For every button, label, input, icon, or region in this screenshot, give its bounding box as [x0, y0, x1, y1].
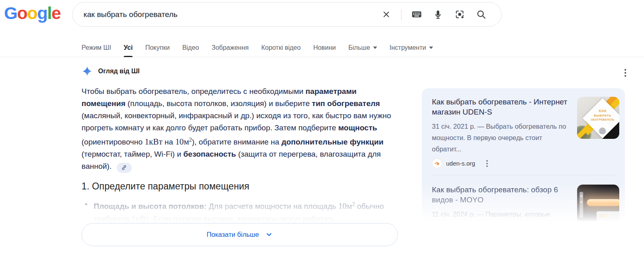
tab-label: Інструменти: [390, 44, 426, 51]
tab-more[interactable]: Більше: [348, 38, 377, 57]
chevron-down-icon: [429, 47, 433, 49]
tab-label: Режим ШІ: [82, 44, 111, 51]
heater-control-panel: [597, 211, 619, 225]
tab-videos[interactable]: Відео: [182, 38, 199, 57]
related-results-panel: Как выбрать обогреватель - Интернет мага…: [422, 88, 625, 225]
lens-icon[interactable]: [451, 6, 468, 23]
site-favicon: [432, 158, 442, 168]
result-thumbnail[interactable]: КАК ВЫБРАТЬ ОБОГРЕВАТЕЛЬ: [577, 97, 619, 139]
chevron-down-icon: [265, 231, 273, 238]
overview-menu-button[interactable]: [620, 66, 631, 80]
tab-tools[interactable]: Інструменти: [390, 38, 433, 57]
bullet-dot: [85, 203, 87, 205]
logo-letter: e: [52, 3, 60, 23]
search-tabs: Режим ШІ Усі Покупки Відео Зображення Ко…: [0, 38, 644, 57]
search-input[interactable]: как выбрать обогреватель: [84, 10, 378, 19]
ai-overview-paragraph: Чтобы выбрать обогреватель, определитесь…: [82, 87, 391, 170]
card-divider: [431, 175, 615, 175]
result-title[interactable]: Как выбрать обогреватель: обзор 6 видов …: [432, 185, 571, 205]
tab-label: Зображення: [212, 44, 249, 51]
list-item: Площадь и высота потолков: Для расчета м…: [84, 198, 405, 225]
citation-link-chip[interactable]: [117, 163, 132, 173]
logo-letter: G: [4, 3, 17, 23]
caption-line: ВЫБРАТЬ: [589, 114, 616, 117]
mic-icon[interactable]: [430, 6, 446, 23]
caption-line: ОБОГРЕВАТЕЛЬ: [589, 118, 616, 121]
tab-label: Короткі відео: [261, 44, 301, 51]
tab-label: Усі: [124, 44, 133, 51]
link-icon: [121, 165, 127, 170]
tab-images[interactable]: Зображення: [212, 38, 249, 57]
search-bar[interactable]: как выбрать обогреватель: [72, 2, 502, 27]
caption-line: КАК: [589, 109, 616, 113]
chevron-down-icon: [373, 47, 377, 49]
clear-icon[interactable]: [378, 6, 394, 23]
ai-overview-text: Чтобы выбрать обогреватель, определитесь…: [82, 85, 400, 173]
tab-shopping[interactable]: Покупки: [145, 38, 170, 57]
result-card-uden[interactable]: Как выбрать обогреватель - Интернет мага…: [422, 88, 625, 174]
heater-glowing-tube: [587, 199, 619, 206]
bullet-text: Площадь и высота потолков: Для расчета м…: [94, 198, 405, 225]
result-thumbnail[interactable]: [577, 185, 619, 227]
result-source-row: uden-s.org: [432, 158, 571, 168]
result-snippet: 11 січ. 2024 р. — Параметры, которые вли…: [432, 208, 571, 242]
result-card-moyo[interactable]: Как выбрать обогреватель: обзор 6 видов …: [422, 176, 625, 248]
search-bar-divider: [401, 9, 401, 20]
show-more-label: Показати більше: [206, 231, 259, 238]
tab-label: Більше: [348, 44, 370, 51]
kebab-menu-icon: [621, 67, 629, 79]
result-title[interactable]: Как выбрать обогреватель - Интернет мага…: [432, 97, 571, 117]
google-search-page: Google как выбрать обогреватель Режим ШІ: [0, 0, 644, 253]
result-menu-button[interactable]: [483, 159, 491, 168]
logo-letter: g: [37, 3, 47, 23]
tab-all[interactable]: Усі: [124, 38, 133, 57]
ai-overview-title: Огляд від ШІ: [98, 68, 140, 75]
source-domain[interactable]: uden-s.org: [446, 160, 475, 167]
section-heading: 1. Определите параметры помещения: [82, 181, 249, 192]
logo-letter: o: [17, 3, 27, 23]
ai-overview-header: Огляд від ШІ: [82, 66, 140, 77]
tab-short-videos[interactable]: Короткі відео: [261, 38, 301, 57]
google-logo[interactable]: Google: [4, 3, 60, 23]
tab-label: Новини: [313, 44, 336, 51]
tab-label: Відео: [182, 44, 199, 51]
ai-sparkle-icon: [82, 66, 92, 77]
keyboard-icon[interactable]: [408, 6, 425, 23]
result-snippet: 31 січ. 2021 р. — Выбрать обогреватель п…: [432, 121, 571, 155]
show-more-button[interactable]: Показати більше: [82, 223, 398, 246]
logo-letter: o: [27, 3, 37, 23]
search-icon[interactable]: [473, 6, 489, 23]
thumbnail-circle: [599, 128, 606, 134]
thumbnail-caption: КАК ВЫБРАТЬ ОБОГРЕВАТЕЛЬ: [589, 109, 616, 121]
tab-news[interactable]: Новини: [313, 38, 336, 57]
heater-control-strip: [580, 192, 583, 218]
bullet-list: Площадь и высота потолков: Для расчета м…: [84, 198, 405, 225]
kebab-menu-icon: [484, 159, 490, 168]
logo-letter: l: [47, 3, 51, 23]
tab-ai-mode[interactable]: Режим ШІ: [82, 38, 111, 57]
tab-label: Покупки: [145, 44, 170, 51]
